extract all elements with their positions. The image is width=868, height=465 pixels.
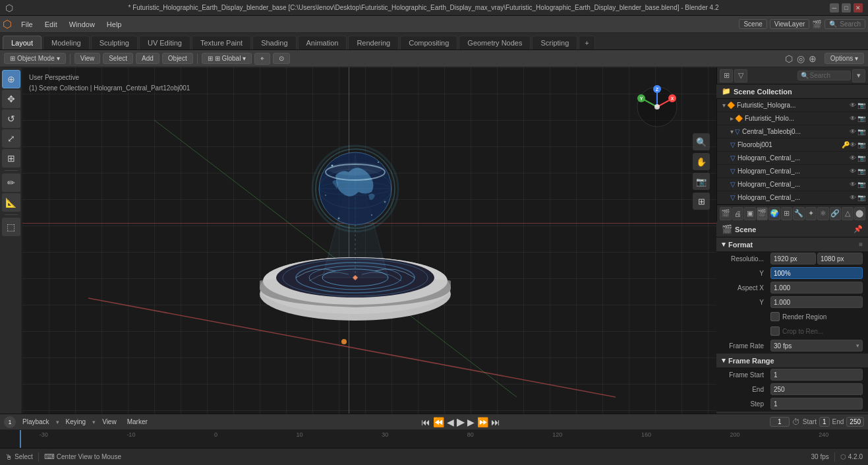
menu-window[interactable]: Window	[64, 19, 100, 30]
minimize-button[interactable]: ─	[830, 3, 839, 13]
render-region-check[interactable]: Render Region	[770, 312, 826, 321]
visibility-icon[interactable]: 👁	[850, 128, 856, 135]
jump-start-button[interactable]: ⏮	[421, 417, 430, 427]
object-menu[interactable]: Object	[162, 53, 193, 64]
tab-sculpting[interactable]: Sculpting	[91, 36, 138, 49]
tab-add[interactable]: +	[579, 36, 594, 49]
time-stretching-header[interactable]: ▸ Time Stretching	[716, 412, 868, 414]
tab-uv-editing[interactable]: UV Editing	[139, 36, 190, 49]
render-icon[interactable]: 📷	[857, 168, 865, 175]
visibility-icon[interactable]: 👁	[850, 181, 856, 188]
world-props-icon[interactable]: 🌍	[768, 207, 780, 220]
outliner-item-6[interactable]: ▽ Hologram_Central_... 👁 📷	[717, 178, 868, 191]
frame-rate-dropdown[interactable]: 30 fps	[770, 340, 863, 352]
panel-options-icon[interactable]: ▾	[852, 69, 865, 82]
prev-keyframe-button[interactable]: ⏪	[433, 417, 444, 427]
jump-end-button[interactable]: ⏭	[491, 417, 500, 427]
menu-edit[interactable]: Edit	[40, 19, 63, 30]
render-region-checkbox[interactable]	[770, 312, 780, 321]
measure-tool[interactable]: 📐	[2, 193, 20, 212]
scene-props-icon[interactable]: 🎬	[757, 207, 768, 220]
timeline-view-menu[interactable]: View	[98, 418, 121, 426]
tab-texture-paint[interactable]: Texture Paint	[192, 36, 251, 49]
next-frame-button[interactable]: ▶	[467, 417, 475, 427]
frame-number-input[interactable]: 1	[770, 417, 790, 427]
gizmo-icon[interactable]: ⊕	[809, 53, 817, 64]
panel-view-icon[interactable]: ⊞	[720, 69, 733, 82]
outliner-item-1[interactable]: ▸ 🔶 Futuristic_Holo... 👁 📷	[717, 112, 868, 125]
particles-props-icon[interactable]: ✦	[805, 207, 817, 220]
add-box-tool[interactable]: ⬚	[2, 218, 20, 236]
maximize-button[interactable]: □	[842, 3, 851, 13]
snap-button[interactable]: ⌖	[254, 53, 270, 65]
marker-menu[interactable]: Marker	[123, 418, 152, 426]
outliner-item-0[interactable]: ▾ 🔶 Futuristic_Hologra... 👁 📷	[717, 99, 868, 112]
outliner-item-7[interactable]: ▽ Hologram_Central_... 👁 📷	[717, 191, 868, 204]
outliner-item-4[interactable]: ▽ Hologram_Central_... 👁 📷	[717, 152, 868, 165]
frame-start-field[interactable]: 1	[770, 369, 863, 381]
render-icon[interactable]: 📷	[857, 128, 865, 135]
tab-geometry-nodes[interactable]: Geometry Nodes	[459, 36, 531, 49]
render-icon[interactable]: 📷	[857, 141, 865, 148]
proportional-edit[interactable]: ⊙	[273, 53, 290, 64]
end-frame-input[interactable]: 250	[846, 417, 864, 427]
navigation-gizmo[interactable]: Z X Y	[631, 80, 683, 133]
modifier-props-icon[interactable]: 🔧	[793, 207, 805, 220]
object-props-icon[interactable]: ⊞	[781, 207, 793, 220]
visibility-icon[interactable]: 👁	[850, 141, 856, 148]
zoom-out-button[interactable]: ✋	[693, 153, 710, 170]
visibility-icon[interactable]: 👁	[850, 194, 856, 201]
tab-scripting[interactable]: Scripting	[532, 36, 577, 49]
aspect-y-field[interactable]: 1.000	[770, 296, 863, 308]
viewport[interactable]: User Perspective (1) Scene Collection | …	[22, 67, 716, 414]
frame-range-header[interactable]: ▾ Frame Range	[716, 354, 868, 367]
tab-layout[interactable]: Layout	[3, 36, 42, 49]
transform-tool[interactable]: ⊞	[2, 149, 20, 168]
physics-props-icon[interactable]: ⚛	[817, 207, 829, 220]
frame-step-field[interactable]: 1	[770, 398, 863, 410]
menu-help[interactable]: Help	[101, 19, 127, 30]
tab-animation[interactable]: Animation	[298, 36, 347, 49]
tab-compositing[interactable]: Compositing	[400, 36, 457, 49]
render-icon[interactable]: 📷	[857, 194, 865, 201]
transform-dropdown[interactable]: ⊞ ⊞ Global ▾	[202, 53, 252, 64]
render-icon[interactable]: 📷	[857, 154, 865, 162]
format-list-icon[interactable]: ≡	[859, 241, 863, 248]
next-keyframe-button[interactable]: ⏩	[477, 417, 488, 427]
scale-tool[interactable]: ⤢	[2, 129, 20, 148]
menu-file[interactable]: File	[16, 19, 38, 30]
playback-menu[interactable]: Playback	[18, 418, 53, 426]
window-controls[interactable]: ─ □ ✕	[830, 3, 863, 13]
prev-frame-button[interactable]: ◀	[447, 417, 454, 427]
play-button[interactable]: ▶	[457, 416, 465, 428]
render-props-icon[interactable]: 🎬	[720, 207, 732, 220]
outliner-item-3[interactable]: ▽ Floorobj001 🔑 👁 📷	[717, 139, 868, 152]
search-bar[interactable]: 🔍 Search	[825, 19, 865, 29]
outliner-search[interactable]: 🔍 Search	[797, 71, 852, 80]
view-menu[interactable]: View	[74, 53, 101, 64]
render-icon[interactable]: 📷	[857, 115, 865, 122]
output-props-icon[interactable]: 🖨	[732, 207, 744, 220]
timeline-track[interactable]: -30-100103080120160200240	[0, 430, 868, 448]
camera-view-button[interactable]: 📷	[693, 173, 710, 190]
tab-modeling[interactable]: Modeling	[43, 36, 90, 49]
cursor-tool[interactable]: ⊕	[2, 70, 20, 88]
resolution-x-field[interactable]: 1920 px	[770, 253, 816, 264]
viewport-overlay-icon[interactable]: ⬡	[785, 53, 793, 64]
viewport-shading-icon[interactable]: ◎	[797, 53, 805, 64]
material-props-icon[interactable]: ⬤	[854, 207, 866, 220]
resolution-pct-field[interactable]: 100%	[770, 267, 863, 279]
crop-check[interactable]: Crop to Ren...	[770, 326, 823, 336]
aspect-x-field[interactable]: 1.000	[770, 282, 863, 294]
crop-checkbox[interactable]	[770, 326, 780, 336]
frame-end-field[interactable]: 250	[770, 383, 863, 395]
object-mode-dropdown[interactable]: ⊞ Object Mode ▾	[4, 53, 66, 64]
visibility-icon[interactable]: 👁	[850, 154, 856, 162]
outliner-item-5[interactable]: ▽ Hologram_Central_... 👁 📷	[717, 165, 868, 178]
rotate-tool[interactable]: ↺	[2, 109, 20, 128]
tab-rendering[interactable]: Rendering	[348, 36, 399, 49]
view-layer-selector[interactable]: ViewLayer	[770, 19, 810, 29]
outliner-item-2[interactable]: ▾ ▽ Central_Tableobj0... 👁 📷	[717, 125, 868, 139]
view-layer-props-icon[interactable]: ▣	[744, 207, 756, 220]
zoom-in-button[interactable]: 🔍	[693, 133, 710, 150]
